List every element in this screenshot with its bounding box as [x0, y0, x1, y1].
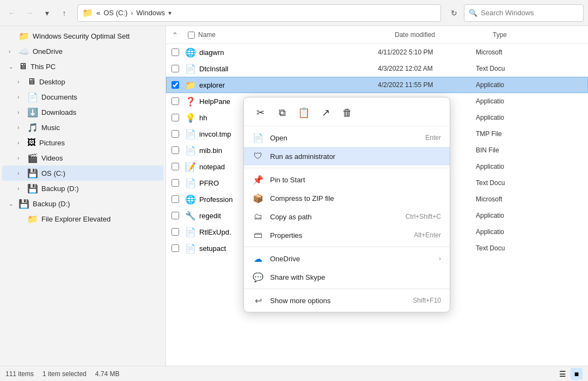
refresh-button[interactable]: ↻ [446, 5, 462, 21]
file-type: Microsoft [471, 48, 553, 56]
file-icon: ❓ [184, 95, 197, 108]
file-icon: 📄 [184, 62, 197, 75]
context-menu-item-run-as-admin[interactable]: 🛡Run as administrator [244, 147, 450, 165]
row-checkbox[interactable] [171, 244, 179, 252]
row-checkbox[interactable] [171, 228, 179, 236]
ctx-item-label: Run as administrator [270, 152, 441, 161]
folder-icon: 📁 [27, 214, 38, 224]
select-all-checkbox[interactable] [188, 32, 195, 39]
ctx-item-label: Copy as path [270, 213, 399, 221]
row-checkbox[interactable] [171, 212, 179, 219]
sidebar-item-windows-security[interactable]: 📁Windows Security Optimal Sett [2, 28, 163, 44]
file-date: 4/2/2022 11:55 PM [373, 81, 471, 89]
row-checkbox[interactable] [171, 97, 179, 105]
properties-icon: 🗃 [253, 230, 264, 241]
up-button[interactable]: ↑ [57, 5, 72, 21]
col-header-name[interactable]: Name [183, 29, 390, 41]
row-checkbox[interactable] [171, 179, 179, 187]
context-menu-item-onedrive[interactable]: ☁OneDrive› [244, 249, 450, 268]
row-checkbox[interactable] [171, 130, 179, 138]
details-view-button[interactable]: ☰ [556, 368, 568, 380]
sidebar-item-os-c[interactable]: ›💾OS (C:) [2, 165, 163, 181]
sidebar-item-backup-d-2[interactable]: ⌄💾Backup (D:) [2, 196, 163, 211]
delete-button[interactable]: 🗑 [338, 103, 357, 122]
copy-button[interactable]: ⧉ [272, 103, 292, 122]
row-checkbox[interactable] [171, 195, 179, 203]
sidebar-item-desktop[interactable]: ›🖥Desktop [2, 74, 163, 89]
file-type: Text Docu [471, 65, 553, 72]
sidebar-item-music[interactable]: ›🎵Music [2, 120, 163, 135]
file-name: DtcInstall [197, 65, 373, 73]
col-header-type[interactable]: Type [488, 29, 570, 41]
file-icon: 📁 [184, 78, 197, 91]
scroll-up-button[interactable]: ⌃ [166, 28, 183, 41]
row-checkbox[interactable] [171, 163, 179, 170]
chevron-icon: › [17, 94, 24, 100]
sidebar-item-file-explorer-elevated[interactable]: 📁File Explorer Elevated [2, 211, 163, 226]
table-row[interactable]: 📄DtcInstall4/3/2022 12:02 AMText Docu [166, 60, 588, 77]
row-checkbox[interactable] [171, 146, 179, 154]
file-icon: 📄 [184, 176, 197, 189]
back-button[interactable]: ← [4, 5, 20, 21]
chevron-icon: › [17, 140, 24, 146]
context-menu-item-pin-start[interactable]: 📌Pin to Start [244, 170, 450, 189]
search-input[interactable] [481, 9, 579, 17]
main-area: 📁Windows Security Optimal Sett›☁️OneDriv… [0, 26, 588, 366]
row-checkbox[interactable] [171, 48, 179, 56]
row-checkbox-cell [167, 65, 184, 72]
row-checkbox-cell [167, 212, 184, 219]
row-checkbox[interactable] [171, 81, 179, 89]
share-button[interactable]: ↗ [316, 103, 335, 122]
context-menu-item-open[interactable]: 📄OpenEnter [244, 128, 450, 147]
row-checkbox-cell [167, 195, 184, 203]
more-options-icon: ↩ [253, 295, 264, 306]
sidebar-label: Desktop [39, 78, 65, 86]
sidebar-item-downloads[interactable]: ›⬇️Downloads [2, 105, 163, 120]
folder-icon: 💾 [27, 168, 38, 179]
address-dropdown-button[interactable]: ▾ [168, 9, 171, 17]
paste-shortcut-button[interactable]: 📋 [294, 103, 314, 122]
context-menu-item-share-skype[interactable]: 💬Share with Skype [244, 268, 450, 286]
file-icon: 🌐 [184, 46, 197, 59]
folder-icon: 🖥 [19, 62, 27, 71]
selected-count: 1 item selected [42, 370, 87, 378]
col-header-date[interactable]: Date modified [390, 29, 488, 41]
breadcrumb-sep: › [131, 9, 133, 17]
table-row[interactable]: 📁explorer4/2/2022 11:55 PMApplicatio [166, 77, 588, 93]
row-checkbox[interactable] [171, 114, 179, 121]
file-type: TMP File [471, 130, 553, 138]
file-icon: 🔧 [184, 209, 197, 222]
cut-button[interactable]: ✂ [250, 103, 270, 122]
sidebar-item-videos[interactable]: ›🎬Videos [2, 150, 163, 165]
context-menu-item-copy-path[interactable]: 🗂Copy as pathCtrl+Shift+C [244, 207, 450, 226]
chevron-icon: › [17, 79, 24, 85]
row-checkbox[interactable] [171, 65, 179, 72]
context-menu-item-more-options[interactable]: ↩Show more optionsShift+F10 [244, 291, 450, 310]
sidebar-item-this-pc[interactable]: ⌄🖥This PC [2, 59, 163, 74]
folder-icon: 📄 [27, 92, 38, 102]
large-icons-view-button[interactable]: ■ [571, 368, 583, 380]
sidebar: 📁Windows Security Optimal Sett›☁️OneDriv… [0, 26, 166, 366]
onedrive-icon: ☁ [253, 253, 264, 264]
sidebar-item-pictures[interactable]: ›🖼Pictures [2, 135, 163, 150]
recent-locations-button[interactable]: ▾ [39, 5, 54, 21]
sidebar-item-backup-d-1[interactable]: ›💾Backup (D:) [2, 181, 163, 196]
row-checkbox-cell [167, 179, 184, 187]
ctx-item-shortcut: Enter [425, 134, 441, 142]
table-row[interactable]: 🌐diagwrn4/11/2022 5:10 PMMicrosoft [166, 44, 588, 60]
file-type: Applicatio [471, 228, 553, 236]
context-menu-item-compress-zip[interactable]: 📦Compress to ZIP file [244, 189, 450, 207]
file-type: BIN File [471, 146, 553, 154]
folder-icon: 🎬 [27, 153, 38, 163]
file-icon: 🌐 [184, 193, 197, 206]
folder-icon: ☁️ [19, 46, 29, 57]
forward-button[interactable]: → [22, 5, 37, 21]
sidebar-item-onedrive[interactable]: ›☁️OneDrive [2, 44, 163, 59]
sidebar-item-documents[interactable]: ›📄Documents [2, 89, 163, 105]
folder-icon: 💾 [19, 199, 29, 209]
address-bar[interactable]: 📁 « OS (C:) › Windows ▾ [77, 4, 441, 22]
context-menu-item-properties[interactable]: 🗃PropertiesAlt+Enter [244, 226, 450, 244]
file-type: Applicatio [471, 114, 553, 121]
ctx-item-shortcut: Shift+F10 [413, 297, 441, 304]
file-type: Applicatio [471, 97, 553, 105]
